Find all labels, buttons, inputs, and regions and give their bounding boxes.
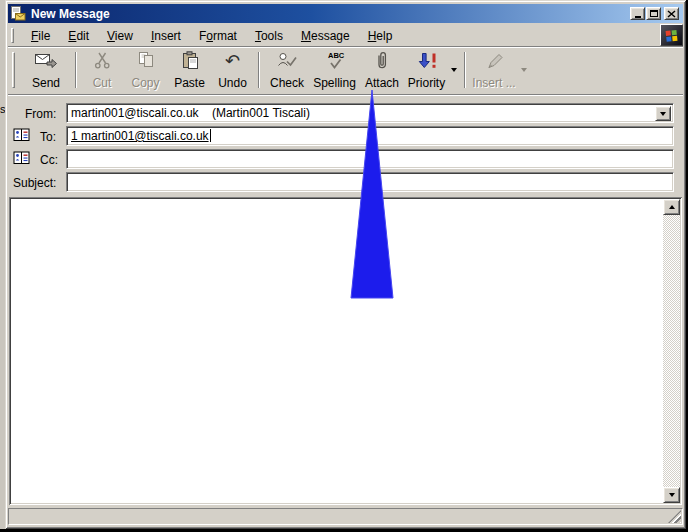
svg-text:ABC: ABC [328,51,345,60]
attach-icon [371,50,393,72]
undo-button[interactable]: ↶ Undo [211,49,254,90]
chevron-up-icon [669,202,675,209]
vertical-scrollbar[interactable] [663,199,680,503]
chevron-down-icon [660,112,666,119]
priority-dropdown-button[interactable] [448,49,460,90]
subject-label: Subject: [13,176,56,190]
send-icon [33,50,59,72]
cut-button[interactable]: Cut [81,49,123,90]
chevron-down-icon [521,68,527,75]
text-caret [210,129,211,142]
spelling-icon: ABC [323,50,347,72]
scroll-down-button[interactable] [663,487,680,503]
check-names-button[interactable]: Check [264,49,310,90]
pen-icon [483,50,505,72]
spelling-button[interactable]: ABC Spelling [310,49,359,90]
minimize-icon [635,16,641,18]
subject-field[interactable] [66,172,674,192]
send-button[interactable]: Send [21,49,71,90]
maximize-button[interactable] [646,7,661,20]
menu-help[interactable]: Help [359,27,402,45]
new-message-icon [10,6,26,21]
close-icon [667,10,676,18]
priority-icon [415,50,439,72]
copy-icon [135,50,157,72]
new-message-window: New Message File Edit View Insert Format… [5,0,686,529]
cc-label: Cc: [40,153,58,167]
to-value: 1 martin001@tiscali.co.uk [71,129,209,143]
status-strip [8,508,683,525]
toolbar-separator [75,52,77,88]
cut-icon [91,50,113,72]
paste-icon [179,50,201,72]
window-title: New Message [31,7,110,21]
copy-button[interactable]: Copy [123,49,168,90]
menu-format[interactable]: Format [190,27,246,45]
chevron-down-icon [669,493,675,500]
from-dropdown-button[interactable] [655,106,671,121]
from-value: martin001@tiscali.co.uk (Martin001 Tisca… [71,106,310,120]
toolbar-separator [258,52,260,88]
toolbar: Send Cut Copy [8,48,683,94]
from-combobox[interactable]: martin001@tiscali.co.uk (Martin001 Tisca… [66,103,674,123]
from-label: From: [25,107,56,121]
menu-insert[interactable]: Insert [142,27,190,45]
check-names-icon [275,50,299,72]
menubar: File Edit View Insert Format Tools Messa… [8,25,683,46]
menu-tools[interactable]: Tools [246,27,292,45]
divider [8,94,683,96]
to-field[interactable]: 1 martin001@tiscali.co.uk [66,126,674,146]
undo-icon: ↶ [225,50,240,72]
scroll-up-button[interactable] [663,199,680,215]
insert-dropdown-button[interactable] [518,49,530,90]
message-body-input[interactable] [11,199,663,503]
menu-file[interactable]: File [22,27,59,45]
address-book-icon[interactable] [13,151,31,168]
screen: s New Message [0,0,688,532]
priority-button[interactable]: Priority [405,49,448,90]
menubar-grip[interactable] [11,28,14,43]
paste-button[interactable]: Paste [168,49,211,90]
insert-signature-button[interactable]: Insert ... [470,49,518,90]
cc-field[interactable] [66,149,674,169]
resize-grip[interactable] [668,510,681,523]
titlebar[interactable]: New Message [8,4,683,23]
menu-message[interactable]: Message [292,27,359,45]
to-label: To: [40,130,56,144]
address-book-icon[interactable] [13,128,31,145]
toolbar-grip[interactable] [12,52,15,88]
menu-edit[interactable]: Edit [59,27,98,45]
maximize-icon [650,10,658,17]
menu-view[interactable]: View [98,27,142,45]
toolbar-separator [464,52,466,88]
chevron-down-icon [451,68,457,75]
minimize-button[interactable] [630,7,645,20]
window-controls [629,7,679,20]
message-body-area [9,197,682,505]
attach-button[interactable]: Attach [359,49,405,90]
windows-logo-icon [660,24,683,46]
close-button[interactable] [664,7,679,20]
